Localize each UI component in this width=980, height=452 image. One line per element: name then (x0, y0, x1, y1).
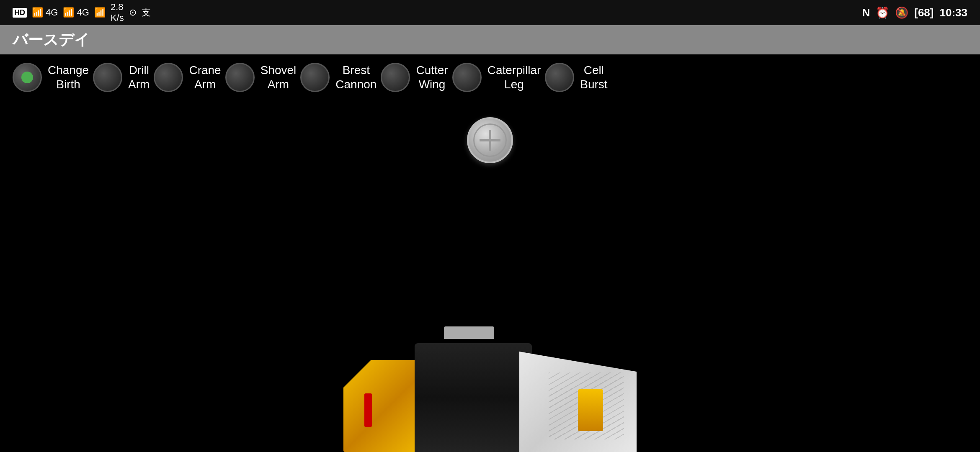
device-right-white (519, 352, 637, 452)
btn-label-caterpillar-leg: CaterpillarLeg (487, 63, 541, 91)
device-yellow-accent (578, 389, 603, 431)
navigation-icon: ⊙ (129, 7, 137, 18)
btn-label-crane-arm: CraneArm (189, 63, 221, 91)
app-bar: バースデイ (0, 25, 980, 54)
speed-indicator: 2.8K/s (111, 2, 124, 23)
radio-dot-caterpillar-leg (461, 72, 473, 83)
radio-dot-cutter-wing (389, 72, 401, 83)
radio-dot-drill-arm (102, 72, 113, 83)
radio-circle-cutter-wing (381, 63, 410, 92)
radio-circle-crane-arm (154, 63, 183, 92)
radio-dot-shovel-arm (234, 72, 246, 83)
pay-icon: 支 (142, 6, 151, 19)
mode-btn-caterpillar-leg[interactable]: CaterpillarLeg (452, 63, 541, 92)
device-center-body (415, 343, 532, 452)
btn-label-brest-cannon: BrestCannon (335, 63, 377, 91)
mode-btn-shovel-arm[interactable]: ShovelArm (225, 63, 297, 92)
mode-btn-brest-cannon[interactable]: BrestCannon (300, 63, 377, 92)
signal-4g-2: 📶 4G (63, 7, 89, 18)
signal-4g-1: 📶 4G (32, 7, 58, 18)
radio-dot-brest-cannon (309, 72, 321, 83)
nfc-icon: N (862, 6, 870, 19)
button-row: ChangeBirthDrillArmCraneArmShovelArmBres… (0, 54, 980, 100)
radio-circle-drill-arm (93, 63, 122, 92)
coin-medal[interactable] (467, 117, 513, 163)
btn-label-drill-arm: DrillArm (128, 63, 150, 91)
btn-label-cell-burst: CellBurst (580, 63, 607, 91)
notification-off-icon: 🔕 (895, 6, 908, 19)
radio-circle-brest-cannon (300, 63, 330, 92)
wifi-icon: 📶 (94, 7, 106, 18)
status-right: N ⏰ 🔕 [68] 10:33 (862, 6, 967, 19)
mode-btn-crane-arm[interactable]: CraneArm (154, 63, 221, 92)
device-body (343, 326, 637, 452)
status-left: HD 📶 4G 📶 4G 📶 2.8K/s ⊙ 支 (13, 2, 151, 23)
radio-dot-change-birth (21, 72, 33, 83)
mode-btn-cell-burst[interactable]: CellBurst (545, 63, 607, 92)
btn-label-change-birth: ChangeBirth (48, 63, 89, 91)
alarm-icon: ⏰ (876, 6, 889, 19)
hd-badge: HD (13, 8, 27, 18)
radio-circle-change-birth (13, 63, 42, 92)
coin-container[interactable] (467, 117, 513, 163)
device-area (343, 326, 637, 452)
battery-level: 68 (918, 6, 930, 19)
device-red-stripe (364, 393, 372, 427)
radio-dot-cell-burst (554, 72, 565, 83)
device-top-rect (444, 326, 494, 339)
battery-icon: [68] (914, 6, 934, 19)
radio-circle-shovel-arm (225, 63, 255, 92)
radio-dot-crane-arm (162, 72, 174, 83)
coin-inner (473, 123, 507, 157)
coin-cross-icon (480, 130, 500, 151)
mode-btn-change-birth[interactable]: ChangeBirth (13, 63, 89, 92)
app-title: バースデイ (13, 30, 90, 50)
mode-btn-cutter-wing[interactable]: CutterWing (381, 63, 448, 92)
time-display: 10:33 (940, 6, 968, 19)
radio-circle-cell-burst (545, 63, 574, 92)
btn-label-cutter-wing: CutterWing (416, 63, 448, 91)
btn-label-shovel-arm: ShovelArm (260, 63, 297, 91)
mode-btn-drill-arm[interactable]: DrillArm (93, 63, 150, 92)
status-bar: HD 📶 4G 📶 4G 📶 2.8K/s ⊙ 支 N ⏰ 🔕 [68] 10:… (0, 0, 980, 25)
radio-circle-caterpillar-leg (452, 63, 482, 92)
